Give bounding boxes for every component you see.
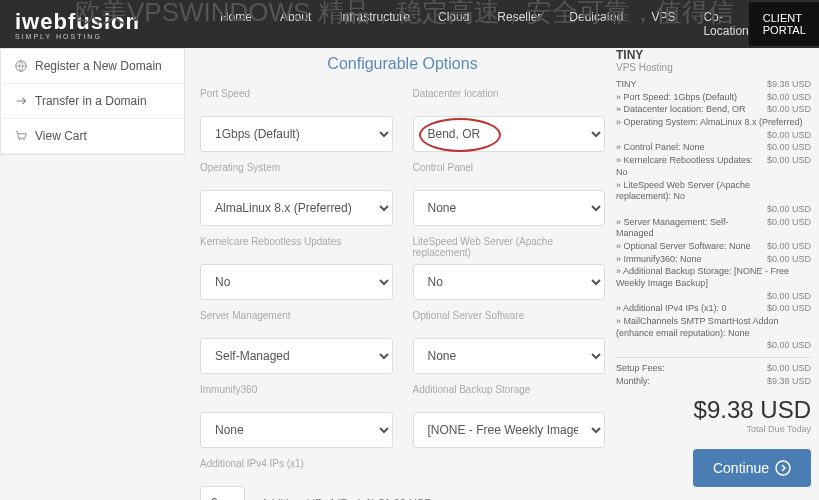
setup-fees-value: $0.00 USD	[767, 363, 811, 375]
total-due-sub: Total Due Today	[616, 424, 811, 434]
main-content: Configurable Options Port Speed 1Gbps (D…	[200, 55, 605, 500]
opt-server-label: Optional Server Software	[413, 310, 606, 334]
summary-line-price: $0.00 USD	[767, 291, 811, 303]
continue-button[interactable]: Continue	[693, 449, 811, 487]
summary-line-label	[616, 291, 767, 303]
share-icon	[15, 95, 27, 107]
summary-line-price: $0.00 USD	[767, 130, 811, 142]
nav-infrastructure[interactable]: Infrastructure	[339, 10, 410, 38]
ipv4-label: Additional IPv4 IPs (x1)	[200, 458, 605, 482]
summary-line-price: $0.00 USD	[767, 104, 811, 116]
summary-line-label: » Additional Backup Storage: [NONE - Fre…	[616, 266, 811, 289]
backup-select[interactable]: [NONE - Free Weekly Image	[413, 412, 606, 448]
nav-vps[interactable]: VPS	[651, 10, 675, 38]
server-mgmt-select[interactable]: Self-Managed	[200, 338, 393, 374]
control-panel-label: Control Panel	[413, 162, 606, 186]
nav-cloud[interactable]: Cloud	[438, 10, 469, 38]
summary-title: TINY	[616, 48, 811, 62]
summary-line-label: » MailChannels SMTP SmartHost Addon (enh…	[616, 316, 811, 339]
page-title: Configurable Options	[200, 55, 605, 73]
datacenter-highlight: Bend, OR	[413, 116, 606, 152]
summary-subtitle: VPS Hosting	[616, 62, 811, 73]
summary-line-label: » Operating System: AlmaLinux 8.x (Prefe…	[616, 117, 811, 129]
summary-line-label: » Port Speed: 1Gbps (Default)	[616, 92, 767, 104]
summary-line-price: $9.38 USD	[767, 79, 811, 91]
summary-line-price: $0.00 USD	[767, 254, 811, 266]
summary-line-label: » Control Panel: None	[616, 142, 767, 154]
summary-line-label	[616, 130, 767, 142]
top-nav: iwebfusion SIMPLY HOSTING Home About Inf…	[0, 0, 819, 48]
arrow-right-circle-icon	[775, 460, 791, 476]
summary-line-label: » Additional IPv4 IPs (x1): 0	[616, 303, 767, 315]
summary-line-price: $0.00 USD	[767, 92, 811, 104]
order-summary: TINY VPS Hosting TINY$9.38 USD» Port Spe…	[616, 48, 811, 487]
summary-line-label	[616, 204, 767, 216]
svg-point-1	[19, 139, 21, 141]
datacenter-select[interactable]: Bend, OR	[413, 116, 606, 152]
globe-icon	[15, 60, 27, 72]
logo[interactable]: iwebfusion SIMPLY HOSTING	[15, 9, 140, 40]
kernelcare-label: Kernelcare Rebootless Updates	[200, 236, 393, 260]
sidebar: Register a New Domain Transfer in a Doma…	[0, 48, 185, 155]
sidebar-view-cart[interactable]: View Cart	[1, 119, 184, 154]
control-panel-select[interactable]: None	[413, 190, 606, 226]
litespeed-select[interactable]: No	[413, 264, 606, 300]
nav-home[interactable]: Home	[220, 10, 252, 38]
divider	[616, 357, 811, 358]
summary-line-price: $0.00 USD	[767, 303, 811, 315]
setup-fees-label: Setup Fees:	[616, 363, 767, 375]
sidebar-transfer-domain[interactable]: Transfer in a Domain	[1, 84, 184, 119]
monthly-label: Monthly:	[616, 376, 767, 388]
cart-icon	[15, 130, 27, 142]
summary-line-price: $0.00 USD	[767, 155, 811, 178]
nav-about[interactable]: About	[280, 10, 311, 38]
immunify-label: Immunify360	[200, 384, 393, 408]
continue-label: Continue	[713, 460, 769, 476]
summary-line-label: TINY	[616, 79, 767, 91]
summary-line-price: $0.00 USD	[767, 340, 811, 352]
sidebar-register-label: Register a New Domain	[35, 59, 162, 73]
sidebar-register-domain[interactable]: Register a New Domain	[1, 49, 184, 84]
server-mgmt-label: Server Management	[200, 310, 393, 334]
summary-line-label: » Immunify360: None	[616, 254, 767, 266]
os-label: Operating System	[200, 162, 393, 186]
nav-reseller[interactable]: Reseller	[497, 10, 541, 38]
nav-items: Home About Infrastructure Cloud Reseller…	[220, 10, 749, 38]
port-speed-select[interactable]: 1Gbps (Default)	[200, 116, 393, 152]
ipv4-input[interactable]	[200, 486, 245, 500]
summary-line-price: $0.00 USD	[767, 217, 811, 240]
summary-line-label: » Server Management: Self-Managed	[616, 217, 767, 240]
monthly-value: $9.38 USD	[767, 376, 811, 388]
summary-line-price: $0.00 USD	[767, 241, 811, 253]
summary-line-label: » Optional Server Software: None	[616, 241, 767, 253]
nav-colocation[interactable]: Co-Location	[703, 10, 748, 38]
total-due: $9.38 USD	[616, 396, 811, 424]
summary-line-label: » Kernelcare Rebootless Updates: No	[616, 155, 767, 178]
kernelcare-select[interactable]: No	[200, 264, 393, 300]
litespeed-label: LiteSpeed Web Server (Apache replacement…	[413, 236, 606, 260]
immunify-select[interactable]: None	[200, 412, 393, 448]
summary-line-label: » Datacenter location: Bend, OR	[616, 104, 767, 116]
sidebar-transfer-label: Transfer in a Domain	[35, 94, 147, 108]
summary-line-price: $0.00 USD	[767, 204, 811, 216]
os-select[interactable]: AlmaLinux 8.x (Preferred)	[200, 190, 393, 226]
datacenter-label: Datacenter location	[413, 88, 606, 112]
nav-dedicated[interactable]: Dedicated	[569, 10, 623, 38]
svg-point-2	[23, 139, 25, 141]
svg-point-3	[776, 461, 790, 475]
client-portal-button[interactable]: CLIENT PORTAL	[749, 2, 819, 46]
logo-main: iwebfusion	[15, 9, 140, 34]
summary-line-label: » LiteSpeed Web Server (Apache replaceme…	[616, 180, 811, 203]
opt-server-select[interactable]: None	[413, 338, 606, 374]
port-speed-label: Port Speed	[200, 88, 393, 112]
summary-line-label	[616, 340, 767, 352]
backup-label: Additional Backup Storage	[413, 384, 606, 408]
sidebar-cart-label: View Cart	[35, 129, 87, 143]
summary-line-price: $0.00 USD	[767, 142, 811, 154]
